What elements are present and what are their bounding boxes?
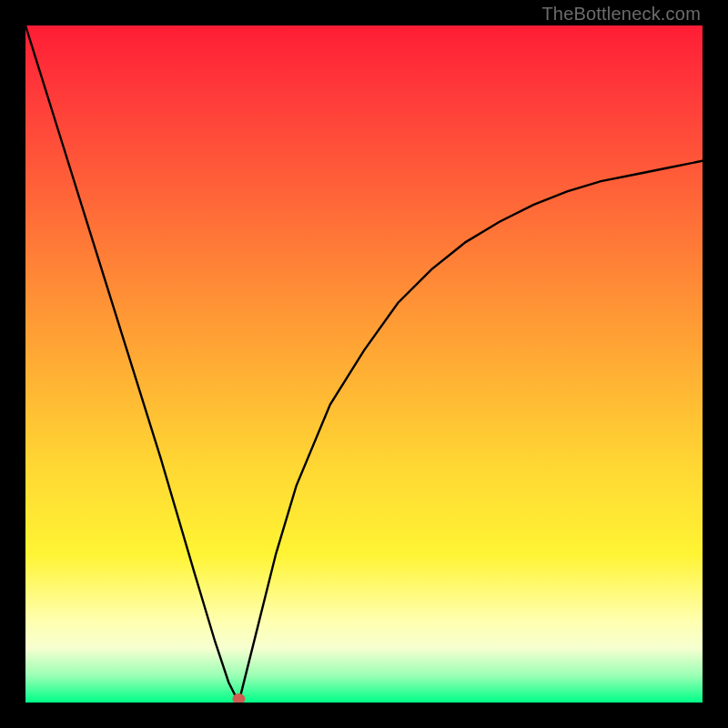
curve-layer — [25, 25, 703, 703]
plot-area — [25, 25, 703, 703]
bottleneck-curve — [25, 25, 703, 703]
chart-frame: TheBottleneck.com — [0, 0, 728, 728]
watermark-text: TheBottleneck.com — [541, 4, 701, 25]
